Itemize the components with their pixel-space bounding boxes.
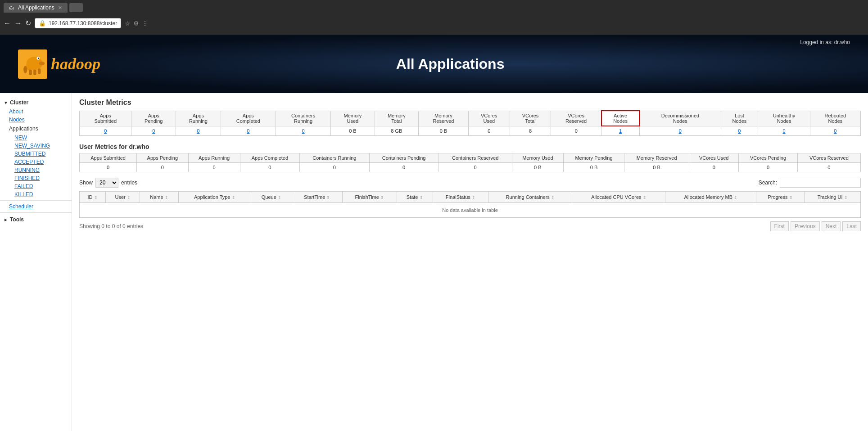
- val-apps-submitted[interactable]: 0: [80, 126, 131, 136]
- first-button[interactable]: First: [770, 221, 789, 231]
- apps-col-queue[interactable]: Queue ⇕: [251, 192, 292, 203]
- col-decommissioned-nodes: DecommissionedNodes: [639, 111, 721, 126]
- sidebar-cluster-header[interactable]: ▼ Cluster: [0, 98, 72, 108]
- sidebar-item-finished[interactable]: FINISHED: [0, 174, 72, 182]
- next-button[interactable]: Next: [822, 221, 841, 231]
- col-vcores-total: VCoresTotal: [510, 111, 551, 126]
- main-layout: ▼ Cluster About Nodes Applications NEW N…: [0, 93, 868, 431]
- apps-col-running-containers[interactable]: Running Containers ⇕: [488, 192, 572, 203]
- ucol-vcores-reserved: VCores Reserved: [797, 153, 860, 163]
- sidebar-item-accepted[interactable]: ACCEPTED: [0, 158, 72, 166]
- apps-col-name[interactable]: Name ⇕: [140, 192, 178, 203]
- apps-col-allocated-memory[interactable]: Allocated Memory MB ⇕: [665, 192, 756, 203]
- sidebar-item-submitted[interactable]: SUBMITTED: [0, 150, 72, 158]
- hadoop-brand-text: hadoop: [51, 54, 100, 73]
- val-apps-pending[interactable]: 0: [131, 126, 176, 136]
- val-rebooted-nodes[interactable]: 0: [810, 126, 860, 136]
- apps-col-finishtime[interactable]: FinishTime ⇕: [342, 192, 397, 203]
- sidebar-item-nodes[interactable]: Nodes: [0, 116, 72, 124]
- ucol-memory-used: Memory Used: [512, 153, 563, 163]
- uval-vcores-used: 0: [689, 163, 739, 172]
- apptype-sort-icon: ⇕: [232, 195, 235, 200]
- val-vcores-total: 8: [510, 126, 551, 136]
- val-lost-nodes[interactable]: 0: [721, 126, 758, 136]
- cpu-sort-icon: ⇕: [643, 195, 646, 200]
- uval-vcores-pending: 0: [739, 163, 798, 172]
- uval-apps-running: 0: [188, 163, 240, 172]
- previous-button[interactable]: Previous: [791, 221, 820, 231]
- ucol-apps-submitted: Apps Submitted: [80, 153, 137, 163]
- svg-rect-10: [38, 68, 41, 74]
- new-tab-area[interactable]: [69, 3, 83, 12]
- main-content: Cluster Metrics AppsSubmitted AppsPendin…: [72, 93, 868, 431]
- val-active-nodes[interactable]: 1: [601, 126, 640, 136]
- sidebar-item-running[interactable]: RUNNING: [0, 166, 72, 174]
- id-sort-icon: ⇕: [94, 195, 98, 200]
- val-apps-completed[interactable]: 0: [221, 126, 276, 136]
- val-containers-running[interactable]: 0: [276, 126, 330, 136]
- uval-vcores-reserved: 0: [797, 163, 860, 172]
- menu-icon[interactable]: ⋮: [142, 20, 148, 27]
- tab-close-button[interactable]: ✕: [58, 5, 62, 11]
- reload-button[interactable]: ↻: [25, 19, 31, 27]
- show-label: Show: [79, 180, 93, 186]
- apps-col-user[interactable]: User ⇕: [106, 192, 140, 203]
- uval-memory-reserved: 0 B: [624, 163, 689, 172]
- search-box: Search:: [759, 178, 861, 188]
- extensions-icon[interactable]: ⚙: [133, 20, 139, 27]
- ucol-apps-completed: Apps Completed: [240, 153, 299, 163]
- sidebar-item-about[interactable]: About: [0, 108, 72, 116]
- sidebar-tools-header[interactable]: ► Tools: [0, 215, 72, 224]
- ucol-containers-reserved: Containers Reserved: [439, 153, 512, 163]
- search-input[interactable]: [780, 178, 861, 188]
- apps-col-progress[interactable]: Progress ⇕: [756, 192, 805, 203]
- tab-favicon: 🗂: [9, 4, 14, 11]
- sidebar: ▼ Cluster About Nodes Applications NEW N…: [0, 93, 72, 431]
- apps-col-id[interactable]: ID ⇕: [80, 192, 106, 203]
- apps-col-starttime[interactable]: StartTime ⇕: [292, 192, 342, 203]
- ucol-containers-running: Containers Running: [300, 153, 370, 163]
- finalstatus-sort-icon: ⇕: [472, 195, 475, 200]
- col-apps-pending: AppsPending: [131, 111, 176, 126]
- address-text: 192.168.77.130:8088/cluster: [49, 20, 117, 27]
- sidebar-cluster-label: Cluster: [10, 99, 28, 106]
- col-unhealthy-nodes: UnhealthyNodes: [758, 111, 810, 126]
- apps-col-application-type[interactable]: Application Type ⇕: [178, 192, 251, 203]
- sidebar-item-new[interactable]: NEW: [0, 134, 72, 142]
- name-sort-icon: ⇕: [165, 195, 168, 200]
- pagination: Showing 0 to 0 of 0 entries First Previo…: [79, 221, 861, 231]
- back-button[interactable]: ←: [4, 19, 11, 27]
- val-apps-running[interactable]: 0: [176, 126, 221, 136]
- sidebar-item-failed[interactable]: FAILED: [0, 182, 72, 190]
- tab-title: All Applications: [18, 4, 54, 11]
- bookmark-star-icon[interactable]: ☆: [125, 20, 131, 27]
- cluster-metrics-title: Cluster Metrics: [79, 99, 861, 107]
- col-apps-submitted: AppsSubmitted: [80, 111, 131, 126]
- hadoop-logo: hadoop: [18, 49, 100, 79]
- user-metrics-table: Apps Submitted Apps Pending Apps Running…: [79, 153, 861, 172]
- user-sort-icon: ⇕: [127, 195, 131, 200]
- starttime-sort-icon: ⇕: [326, 195, 330, 200]
- apps-col-state[interactable]: State ⇕: [397, 192, 433, 203]
- entries-select[interactable]: 10 20 25 50 100: [95, 178, 118, 188]
- pagination-buttons: First Previous Next Last: [770, 221, 861, 231]
- val-vcores-used: 0: [468, 126, 510, 136]
- forward-button[interactable]: →: [14, 19, 22, 27]
- apps-col-allocated-cpu[interactable]: Allocated CPU VCores ⇕: [572, 192, 665, 203]
- sidebar-item-scheduler[interactable]: Scheduler: [0, 202, 72, 211]
- queue-sort-icon: ⇕: [278, 195, 281, 200]
- apps-col-tracking-ui[interactable]: Tracking UI ⇕: [805, 192, 861, 203]
- apps-col-finalstatus[interactable]: FinalStatus ⇕: [433, 192, 488, 203]
- sidebar-item-new-saving[interactable]: NEW_SAVING: [0, 142, 72, 150]
- sidebar-applications-header[interactable]: Applications: [0, 124, 72, 134]
- sidebar-item-killed[interactable]: KILLED: [0, 190, 72, 198]
- state-sort-icon: ⇕: [420, 195, 423, 200]
- last-button[interactable]: Last: [842, 221, 861, 231]
- val-unhealthy-nodes[interactable]: 0: [758, 126, 810, 136]
- address-bar[interactable]: 🔒 192.168.77.130:8088/cluster: [35, 18, 121, 28]
- uval-containers-pending: 0: [369, 163, 439, 172]
- val-decommissioned-nodes[interactable]: 0: [639, 126, 721, 136]
- active-tab[interactable]: 🗂 All Applications ✕: [4, 3, 68, 13]
- browser-toolbar-icons: ☆ ⚙ ⋮: [125, 20, 148, 27]
- col-apps-completed: AppsCompleted: [221, 111, 276, 126]
